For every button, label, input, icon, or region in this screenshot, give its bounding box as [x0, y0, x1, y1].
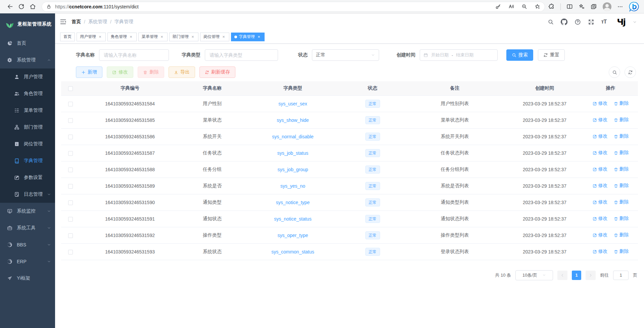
sidebar-item-users[interactable]: 用户管理 — [0, 68, 55, 85]
user-avatar-logo[interactable]: Чj — [617, 18, 625, 26]
dict-type-link[interactable]: sys_job_group — [277, 167, 308, 172]
row-edit-button[interactable]: 修改 — [593, 216, 608, 222]
sidebar-item-home[interactable]: 首页 — [0, 35, 55, 52]
sidebar-item-posts[interactable]: 岗位管理 — [0, 136, 55, 152]
row-edit-button[interactable]: 修改 — [593, 183, 608, 189]
goto-page-input[interactable] — [613, 271, 629, 280]
lock-icon[interactable] — [46, 4, 51, 9]
current-page-button[interactable]: 1 — [572, 271, 581, 280]
header-search-icon[interactable] — [548, 19, 554, 25]
close-icon[interactable]: × — [98, 35, 102, 39]
refresh-icon[interactable] — [15, 1, 27, 12]
extensions-icon[interactable] — [548, 3, 555, 10]
row-edit-button[interactable]: 修改 — [593, 100, 608, 106]
row-delete-button[interactable]: 删除 — [614, 248, 629, 254]
row-edit-button[interactable]: 修改 — [593, 150, 608, 156]
favorite-add-icon[interactable] — [535, 4, 540, 9]
page-size-select[interactable]: 10条/页 — [515, 270, 553, 280]
breadcrumb-system[interactable]: 系统管理 — [88, 19, 107, 25]
split-screen-icon[interactable] — [566, 3, 573, 10]
sidebar-item-departments[interactable]: 部门管理 — [0, 119, 55, 136]
row-checkbox[interactable] — [68, 200, 73, 205]
select-all-checkbox[interactable] — [68, 86, 73, 91]
sidebar-item-bbs[interactable]: BBS — [0, 236, 55, 253]
app-logo[interactable]: 意框架管理系统 — [0, 13, 55, 35]
date-range-picker[interactable]: 开始日期 - 结束日期 — [420, 49, 498, 61]
breadcrumb-home[interactable]: 首页 — [72, 19, 81, 25]
zoom-out-icon[interactable] — [521, 4, 527, 9]
row-edit-button[interactable]: 修改 — [593, 199, 608, 205]
sidebar-item-dict[interactable]: 字典管理 — [0, 152, 55, 169]
fullscreen-icon[interactable] — [588, 19, 594, 25]
edit-button[interactable]: 修改 — [107, 66, 133, 78]
dict-name-input[interactable] — [99, 49, 169, 61]
sidebar-item-menus[interactable]: 菜单管理 — [0, 102, 55, 119]
row-delete-button[interactable]: 删除 — [614, 166, 629, 172]
add-button[interactable]: 新增 — [76, 66, 102, 78]
collections-icon[interactable] — [591, 3, 597, 10]
dict-type-link[interactable]: sys_normal_disable — [272, 134, 314, 139]
dict-type-link[interactable]: sys_yes_no — [280, 183, 305, 189]
sidebar-item-erp[interactable]: ERP — [0, 253, 55, 270]
dict-type-link[interactable]: sys_show_hide — [277, 118, 309, 123]
more-options-icon[interactable] — [617, 4, 623, 10]
row-checkbox[interactable] — [68, 102, 73, 106]
sidebar-item-system-mgmt[interactable]: 系统管理 — [0, 52, 55, 68]
next-page-button[interactable] — [586, 271, 596, 280]
close-icon[interactable]: × — [129, 35, 133, 39]
address-bar[interactable]: https://ccnetcore.com:1101/system/dict — [42, 2, 545, 12]
tab-dept-mgmt[interactable]: 部门管理× — [169, 33, 198, 41]
dict-type-link[interactable]: sys_notice_status — [274, 216, 311, 222]
row-checkbox[interactable] — [68, 168, 73, 172]
tab-post-mgmt[interactable]: 岗位管理× — [200, 33, 229, 41]
row-edit-button[interactable]: 修改 — [593, 248, 608, 254]
row-edit-button[interactable]: 修改 — [593, 232, 608, 238]
refresh-table-icon[interactable] — [625, 66, 636, 78]
back-icon[interactable] — [4, 1, 15, 12]
row-delete-button[interactable]: 删除 — [614, 183, 629, 189]
dict-type-input[interactable] — [205, 49, 278, 61]
row-checkbox[interactable] — [68, 217, 73, 222]
sidebar-item-logs[interactable]: 日志管理 — [0, 186, 55, 203]
row-delete-button[interactable]: 删除 — [614, 133, 629, 139]
close-icon[interactable]: × — [257, 35, 261, 39]
prev-page-button[interactable] — [557, 271, 567, 280]
github-icon[interactable] — [561, 18, 567, 25]
export-button[interactable]: 导出 — [169, 66, 195, 78]
row-checkbox[interactable] — [68, 250, 73, 254]
sidebar-item-monitor[interactable]: 系统监控 — [0, 203, 55, 220]
row-delete-button[interactable]: 删除 — [614, 216, 629, 222]
row-checkbox[interactable] — [68, 135, 73, 139]
reset-button[interactable]: 重置 — [538, 49, 565, 61]
row-delete-button[interactable]: 删除 — [614, 150, 629, 156]
read-aloud-icon[interactable] — [508, 4, 514, 9]
tab-user-mgmt[interactable]: 用户管理× — [77, 33, 106, 41]
row-delete-button[interactable]: 删除 — [614, 232, 629, 238]
row-checkbox[interactable] — [68, 233, 73, 238]
close-icon[interactable]: × — [159, 35, 164, 39]
row-edit-button[interactable]: 修改 — [593, 117, 608, 123]
toggle-search-icon[interactable] — [609, 66, 620, 78]
chevron-down-icon[interactable] — [633, 20, 637, 24]
favorites-icon[interactable] — [579, 3, 585, 10]
row-checkbox[interactable] — [68, 184, 73, 189]
delete-button[interactable]: 删除 — [138, 66, 164, 78]
row-checkbox[interactable] — [68, 118, 73, 123]
sidebar-toggle-icon[interactable] — [60, 18, 66, 25]
row-delete-button[interactable]: 删除 — [614, 117, 629, 123]
refresh-cache-button[interactable]: 刷新缓存 — [199, 66, 235, 78]
profile-avatar[interactable] — [603, 2, 611, 11]
dict-type-link[interactable]: sys_job_status — [277, 150, 309, 156]
status-select[interactable]: 正常 — [312, 49, 379, 61]
tab-dict-mgmt[interactable]: 字典管理× — [231, 33, 265, 41]
close-icon[interactable]: × — [221, 35, 226, 39]
dict-type-link[interactable]: sys_oper_type — [277, 233, 308, 238]
home-icon[interactable] — [27, 1, 38, 12]
copilot-icon[interactable] — [629, 1, 639, 12]
tab-home[interactable]: 首页 — [60, 33, 75, 41]
dict-type-link[interactable]: sys_common_status — [271, 249, 314, 254]
tab-menu-mgmt[interactable]: 菜单管理× — [138, 33, 168, 41]
close-icon[interactable]: × — [190, 35, 195, 39]
dict-type-link[interactable]: sys_notice_type — [276, 200, 310, 205]
font-size-icon[interactable]: тT — [601, 19, 607, 25]
